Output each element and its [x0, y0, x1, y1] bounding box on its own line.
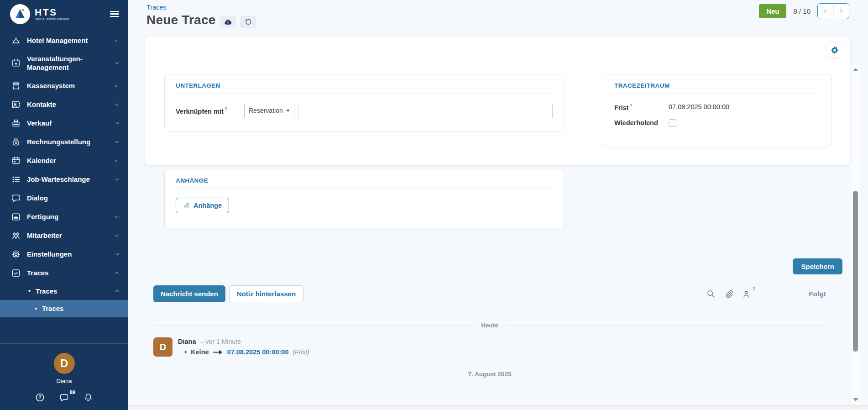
separator-date: 7. August 2025: [153, 371, 826, 378]
sidebar-item-kassensystem[interactable]: Kassensystem: [0, 76, 128, 95]
search-messages-icon[interactable]: [706, 289, 716, 299]
cash-register-icon: [11, 118, 21, 128]
chatter-message: D Diana – vor 1 Minute • Keine 07.08.202…: [153, 337, 826, 357]
frist-value[interactable]: 07.08.2025 00:00:00: [669, 103, 729, 110]
frist-row: Frist? 07.08.2025 00:00:00: [614, 103, 821, 111]
help-marker: ?: [629, 103, 632, 108]
brand-text: HTS Hotel & Tourism Solutions: [35, 7, 69, 21]
bell-icon[interactable]: [83, 392, 94, 403]
tracking-new-value: 07.08.2025 00:00:00: [227, 348, 289, 356]
header-actions: Neu 8 / 10: [759, 3, 849, 19]
message-author[interactable]: Diana: [178, 338, 196, 345]
sidebar-item-traces[interactable]: Traces: [0, 263, 128, 282]
unterlagen-title: UNTERLAGEN: [176, 82, 553, 89]
separator-date-label: 7. August 2025: [462, 371, 518, 378]
divider: [176, 189, 553, 189]
sidebar-item-label: Job-Warteschlange: [27, 175, 108, 184]
sheet-cards: UNTERLAGEN Verknüpfen mit? Reservation T…: [164, 74, 832, 147]
horizontal-scrollbar-strip: [128, 405, 868, 410]
sidebar-item-label: Kalender: [27, 156, 108, 165]
wiederholend-row: Wiederholend: [614, 119, 821, 127]
scrollbar-thumb[interactable]: [853, 191, 858, 352]
sidebar-item-job-warteschlange[interactable]: Job-Warteschlange: [0, 170, 128, 189]
pos-desk-icon: [11, 81, 21, 91]
sidebar-item-kontakte[interactable]: Kontakte: [0, 95, 128, 114]
sidebar: HTS Hotel & Tourism Solutions Hotel Mana…: [0, 0, 128, 410]
follow-button[interactable]: Folgt: [809, 290, 826, 298]
anhaenge-title: ANHÄNGE: [176, 177, 553, 184]
sidebar-item-label: Traces: [27, 268, 108, 278]
pager-previous-button[interactable]: [818, 4, 833, 19]
calendar-star-icon: [11, 58, 21, 68]
scrollbar-track[interactable]: [851, 65, 860, 405]
pager-count: 8 / 10: [793, 7, 810, 15]
link-record-input[interactable]: [298, 103, 553, 118]
chevron-right-icon: [838, 8, 845, 15]
wiederholend-checkbox[interactable]: [669, 119, 676, 127]
concierge-bell-icon: [11, 36, 21, 46]
followers-icon[interactable]: 2: [742, 289, 752, 299]
settings-gear-button[interactable]: [826, 42, 843, 59]
scroll-up-arrow[interactable]: [853, 68, 858, 71]
new-button[interactable]: Neu: [759, 4, 786, 18]
sidebar-item-fertigung[interactable]: Fertigung: [0, 207, 128, 226]
separator-today: Heute: [153, 322, 826, 329]
sidebar-item-rechnungsstellung[interactable]: $ Rechnungsstellung: [0, 132, 128, 151]
calendar-icon: [11, 156, 21, 166]
attachments-button[interactable]: Anhänge: [176, 198, 229, 213]
sidebar-item-label: Rechnungsstellung: [27, 137, 108, 147]
chevron-up-icon: [114, 288, 120, 294]
help-icon[interactable]: ?: [35, 392, 45, 403]
scroll-down-arrow[interactable]: [853, 398, 858, 401]
messages-icon[interactable]: 89: [59, 392, 69, 403]
divider: [614, 94, 821, 94]
caret-down-icon: [286, 110, 290, 112]
page-title: Neue Trace: [146, 13, 215, 27]
breadcrumb[interactable]: Traces: [146, 4, 167, 11]
hts-logo[interactable]: [10, 4, 30, 24]
pager-next-button[interactable]: [833, 4, 849, 19]
sidebar-item-kalender[interactable]: Kalender: [0, 151, 128, 170]
sidebar-subitem-traces-active[interactable]: • Traces: [0, 300, 128, 318]
hamburger-menu-icon[interactable]: [110, 9, 119, 19]
chevron-down-icon: [114, 158, 120, 164]
brand-tagline: Hotel & Tourism Solutions: [35, 18, 69, 21]
tracking-old-value: Keine: [191, 348, 209, 356]
message-header: Diana – vor 1 Minute: [178, 337, 309, 346]
user-avatar[interactable]: D: [54, 353, 75, 374]
sidebar-item-hotel-management[interactable]: Hotel Management: [0, 31, 128, 50]
log-note-button[interactable]: Notiz hinterlassen: [229, 285, 303, 302]
sidebar-item-dialog[interactable]: Dialog: [0, 189, 128, 207]
sidebar-item-label: Kontakte: [27, 100, 108, 109]
messages-count-badge: 89: [70, 389, 75, 395]
sidebar-item-veranstaltungen-management[interactable]: Veranstaltungen-Management: [0, 50, 128, 76]
chatter: Nachricht senden Notiz hinterlassen 2 Fo…: [153, 285, 826, 378]
factory-icon: [11, 212, 21, 222]
form-sheet: UNTERLAGEN Verknüpfen mit? Reservation T…: [145, 37, 850, 165]
discard-button[interactable]: [240, 16, 256, 28]
sidebar-item-mitarbeiter[interactable]: Mitarbeiter: [0, 226, 128, 245]
tracking-field-name: (Frist): [293, 348, 309, 356]
chevron-left-icon: [822, 8, 829, 15]
sidebar-subitem-traces[interactable]: • Traces: [0, 282, 128, 300]
sidebar-item-verkauf[interactable]: Verkauf: [0, 114, 128, 132]
chatter-icons: 2: [706, 289, 752, 299]
chevron-up-icon: [114, 270, 120, 276]
chevron-down-icon: [114, 232, 120, 239]
followers-count: 2: [753, 286, 755, 291]
sidebar-item-label: Hotel Management: [27, 36, 108, 45]
sidebar-item-label: Mitarbeiter: [27, 231, 108, 240]
sidebar-header: HTS Hotel & Tourism Solutions: [0, 0, 128, 28]
attachments-count-icon[interactable]: [724, 289, 734, 299]
verknuepfen-label: Verknüpfen mit?: [176, 106, 244, 115]
send-message-button[interactable]: Nachricht senden: [153, 285, 225, 302]
employees-icon: [11, 231, 21, 241]
sidebar-item-einstellungen[interactable]: Einstellungen: [0, 245, 128, 263]
hts-logo-icon: [12, 6, 28, 22]
check-square-icon: [11, 268, 21, 278]
arrow-right-icon: [213, 349, 223, 355]
message-time: – vor 1 Minute: [200, 338, 241, 345]
save-cloud-button[interactable]: [220, 16, 236, 28]
link-model-select[interactable]: Reservation: [244, 103, 294, 118]
save-button[interactable]: Speichern: [793, 258, 842, 274]
